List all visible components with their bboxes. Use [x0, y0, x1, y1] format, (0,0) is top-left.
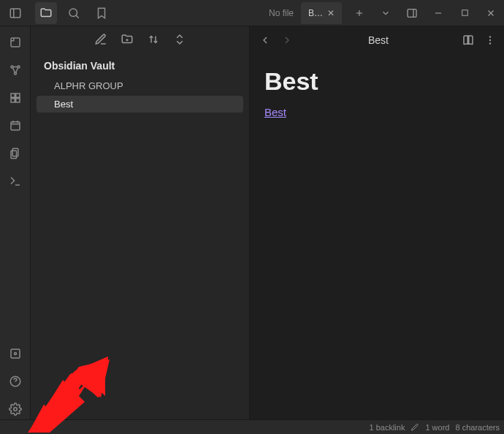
- bookmark-toolbar-icon[interactable]: [91, 2, 112, 24]
- folder-toolbar-icon[interactable]: [35, 2, 57, 24]
- status-backlinks[interactable]: 1 backlink: [370, 423, 405, 432]
- ribbon: [0, 26, 31, 419]
- svg-point-40: [489, 39, 491, 41]
- svg-rect-12: [11, 38, 20, 47]
- right-sidebar-toggle-icon[interactable]: [399, 1, 425, 25]
- file-explorer: Obsidian Vault ALPHR GROUP Best: [31, 26, 250, 419]
- tab-no-file[interactable]: No file: [261, 2, 301, 24]
- vault-name[interactable]: Obsidian Vault: [31, 53, 249, 75]
- svg-line-16: [12, 67, 15, 72]
- statusbar: 1 backlink 1 word 8 characters: [0, 419, 504, 434]
- canvas-icon[interactable]: [5, 88, 26, 108]
- tab-dropdown-icon[interactable]: [373, 1, 399, 25]
- svg-rect-20: [15, 94, 19, 97]
- window-minimize-icon[interactable]: [425, 1, 451, 25]
- new-tab-icon[interactable]: [346, 1, 373, 25]
- quick-switcher-icon[interactable]: [5, 32, 26, 53]
- tree-item-label: ALPHR GROUP: [54, 80, 123, 91]
- editor: Best Best Best: [250, 26, 504, 419]
- tree-file[interactable]: Best: [37, 96, 243, 113]
- status-characters[interactable]: 8 characters: [455, 423, 500, 432]
- command-palette-icon[interactable]: [5, 171, 26, 191]
- svg-line-3: [76, 15, 78, 18]
- svg-point-31: [14, 353, 16, 355]
- nav-forward-icon[interactable]: [279, 32, 295, 48]
- search-toolbar-icon[interactable]: [63, 2, 85, 24]
- status-edit-mode-icon[interactable]: [411, 423, 419, 432]
- titlebar: No file B… ✕: [0, 0, 504, 26]
- vault-icon[interactable]: [5, 343, 26, 364]
- graph-view-icon[interactable]: [5, 60, 26, 80]
- svg-rect-30: [11, 349, 20, 358]
- internal-link[interactable]: Best: [264, 106, 286, 118]
- svg-point-2: [69, 9, 77, 17]
- svg-rect-23: [11, 122, 20, 130]
- svg-point-41: [489, 42, 491, 44]
- more-options-icon[interactable]: [484, 34, 497, 47]
- settings-icon[interactable]: [5, 399, 26, 419]
- svg-rect-27: [12, 148, 18, 156]
- svg-point-39: [489, 36, 491, 37]
- daily-note-icon[interactable]: [5, 115, 26, 136]
- editor-body[interactable]: Best Best: [250, 54, 504, 132]
- svg-rect-19: [11, 94, 15, 97]
- note-title: Best: [264, 67, 489, 96]
- window-maximize-icon[interactable]: [451, 1, 478, 25]
- tree-item-label: Best: [54, 99, 73, 110]
- help-icon[interactable]: [5, 371, 26, 392]
- svg-rect-9: [462, 10, 467, 16]
- collapse-icon[interactable]: [173, 33, 186, 46]
- status-words[interactable]: 1 word: [425, 423, 449, 432]
- templates-icon[interactable]: [5, 143, 26, 164]
- tab-best[interactable]: B… ✕: [301, 2, 342, 24]
- new-note-icon[interactable]: [94, 33, 107, 46]
- svg-rect-21: [11, 99, 15, 102]
- tab-label: B…: [308, 8, 323, 18]
- svg-line-17: [15, 67, 18, 72]
- tree-folder[interactable]: ALPHR GROUP: [37, 77, 243, 94]
- left-sidebar-toggle-icon[interactable]: [6, 4, 25, 23]
- svg-point-34: [13, 408, 17, 411]
- svg-point-15: [14, 72, 16, 75]
- reading-view-icon[interactable]: [462, 34, 475, 47]
- close-icon[interactable]: ✕: [327, 8, 335, 18]
- sort-icon[interactable]: [147, 33, 160, 46]
- svg-rect-6: [408, 9, 416, 17]
- svg-rect-0: [10, 9, 20, 18]
- nav-back-icon[interactable]: [257, 32, 273, 48]
- tab-label: No file: [269, 8, 294, 18]
- svg-rect-28: [11, 151, 17, 159]
- svg-rect-22: [15, 99, 19, 102]
- window-close-icon[interactable]: [478, 1, 504, 25]
- new-folder-icon[interactable]: [121, 33, 134, 46]
- breadcrumb[interactable]: Best: [301, 34, 456, 46]
